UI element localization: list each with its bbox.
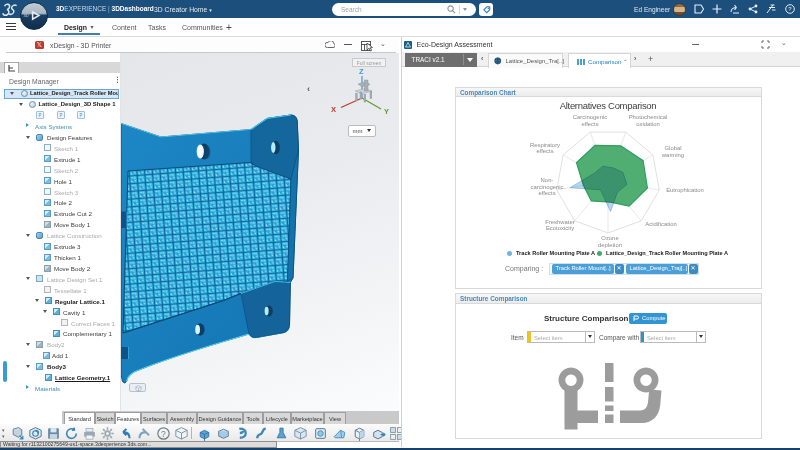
svg-text:X: X: [331, 105, 336, 114]
svg-text:Y: Y: [384, 107, 389, 116]
svg-text:Z: Z: [359, 67, 364, 76]
svg-text:?: ?: [788, 6, 792, 12]
svg-text:?: ?: [161, 428, 166, 438]
